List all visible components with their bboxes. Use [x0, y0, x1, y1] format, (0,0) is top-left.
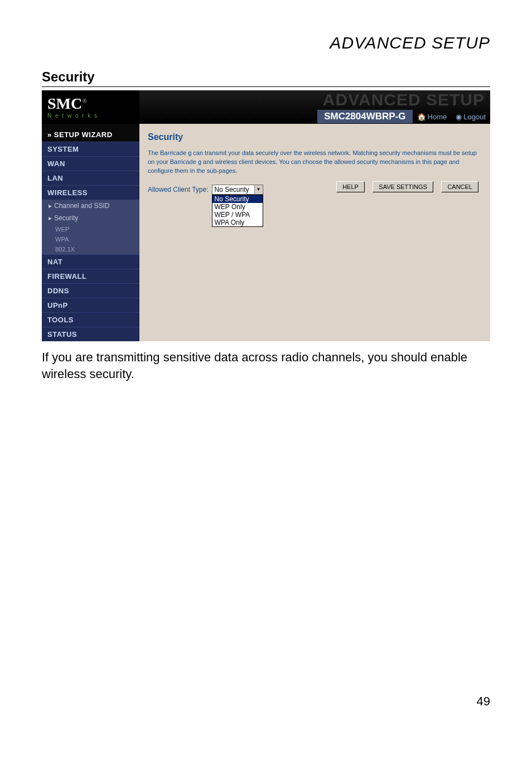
- nav-nat[interactable]: NAT: [42, 254, 139, 269]
- logout-link[interactable]: ◉ Logout: [451, 113, 490, 121]
- select-value: No Security: [215, 186, 249, 194]
- nav-ddns[interactable]: DDNS: [42, 283, 139, 298]
- logo: SMC® N e t w o r k s: [42, 90, 139, 124]
- body-text: If you are transmitting sensitive data a…: [42, 349, 490, 382]
- option-no-security[interactable]: No Security: [212, 195, 263, 203]
- banner-ghost-title: ADVANCED SETUP: [323, 90, 485, 109]
- home-link[interactable]: 🏠 Home: [413, 113, 452, 121]
- sidebar: SMC® N e t w o r k s » SETUP WIZARD SYST…: [42, 90, 139, 341]
- home-icon: 🏠: [417, 113, 426, 121]
- save-settings-button[interactable]: SAVE SETTINGS: [373, 181, 433, 192]
- cancel-button[interactable]: CANCEL: [441, 181, 478, 192]
- nav-wireless[interactable]: WIRELESS: [42, 185, 139, 200]
- nav-wep[interactable]: WEP: [42, 224, 139, 234]
- router-admin-screenshot: SMC® N e t w o r k s » SETUP WIZARD SYST…: [42, 90, 490, 341]
- nav-channel-ssid[interactable]: ▸Channel and SSID: [42, 200, 139, 212]
- content-description: The Barricade g can transmit your data s…: [148, 149, 482, 176]
- registered-icon: ®: [82, 96, 87, 104]
- page-number: 49: [42, 694, 490, 709]
- bullet-icon: ▸: [49, 202, 52, 210]
- content-area: Security The Barricade g can transmit yo…: [139, 124, 490, 228]
- chevron-down-icon: ▼: [254, 185, 263, 194]
- nav-firewall[interactable]: FIREWALL: [42, 269, 139, 283]
- top-banner: ADVANCED SETUP SMC2804WBRP-G 🏠 Home ◉ Lo…: [139, 90, 490, 124]
- bullet-icon: ▸: [49, 214, 52, 222]
- nav-wpa[interactable]: WPA: [42, 234, 139, 244]
- logout-icon: ◉: [456, 113, 462, 121]
- nav-upnp[interactable]: UPnP: [42, 298, 139, 312]
- nav-8021x[interactable]: 802.1X: [42, 244, 139, 254]
- option-wep-only[interactable]: WEP Only: [212, 203, 263, 211]
- select-dropdown[interactable]: No Security WEP Only WEP / WPA WPA Only: [212, 195, 263, 227]
- option-wpa-only[interactable]: WPA Only: [212, 219, 263, 226]
- main-panel: ADVANCED SETUP SMC2804WBRP-G 🏠 Home ◉ Lo…: [139, 90, 490, 341]
- nav-wan[interactable]: WAN: [42, 156, 139, 171]
- help-button[interactable]: HELP: [336, 181, 365, 192]
- section-heading: Security: [42, 69, 490, 87]
- brand-name: SMC: [47, 95, 82, 112]
- brand-subtitle: N e t w o r k s: [47, 113, 139, 119]
- allowed-client-type-select[interactable]: No Security ▼ No Security WEP Only WEP /…: [212, 185, 263, 195]
- nav-security[interactable]: ▸Security: [42, 212, 139, 224]
- page-title: ADVANCED SETUP: [42, 33, 490, 52]
- option-wep-wpa[interactable]: WEP / WPA: [212, 211, 263, 219]
- allowed-client-type-label: Allowed Client Type:: [148, 185, 209, 194]
- nav-lan[interactable]: LAN: [42, 171, 139, 185]
- nav-status[interactable]: STATUS: [42, 327, 139, 341]
- content-title: Security: [148, 132, 482, 142]
- nav-setup-wizard[interactable]: » SETUP WIZARD: [42, 124, 139, 142]
- nav-system[interactable]: SYSTEM: [42, 142, 139, 156]
- model-chip: SMC2804WBRP-G: [317, 110, 412, 123]
- nav-tools[interactable]: TOOLS: [42, 312, 139, 327]
